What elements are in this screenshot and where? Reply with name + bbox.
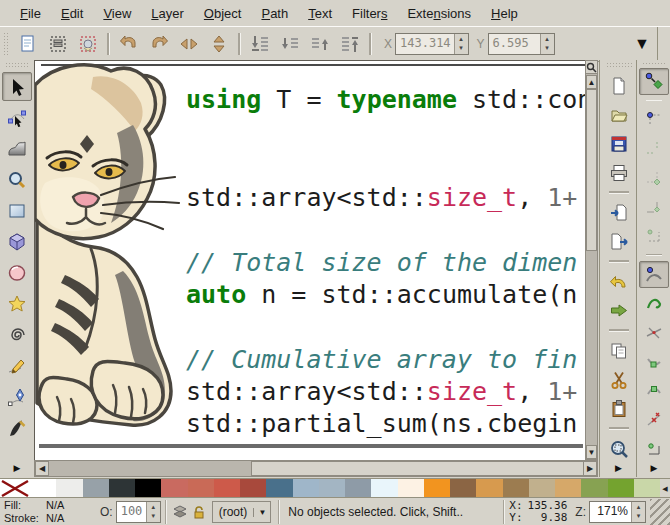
snap-cusp-nodes-toggle[interactable]	[639, 348, 669, 375]
snap-nodes-toggle[interactable]	[639, 261, 669, 288]
opacity-spinner[interactable]: ▴▾	[146, 502, 160, 522]
tool-spiral[interactable]	[2, 320, 32, 349]
tool-bezier-pen[interactable]	[2, 382, 32, 411]
menu-path[interactable]: Path	[251, 3, 298, 24]
palette-swatch-13[interactable]	[371, 479, 397, 498]
scroll-left-button[interactable]: ◀	[35, 461, 49, 476]
x-input[interactable]: 143.314 ▴▾	[395, 33, 469, 55]
rotate-ccw-button[interactable]	[114, 30, 144, 58]
print-button[interactable]	[604, 159, 634, 186]
sticky-zoom-button[interactable]	[585, 60, 598, 74]
scroll-up-button[interactable]: ▲	[586, 75, 597, 89]
menu-extensions[interactable]: Extensions	[397, 3, 481, 24]
cut-button[interactable]	[604, 366, 634, 393]
palette-swatch-1[interactable]	[56, 479, 82, 498]
snap-midpoints-toggle[interactable]	[639, 406, 669, 433]
horizontal-scrollbar[interactable]: ◀ ▶	[34, 460, 598, 477]
toolbar-overflow-button[interactable]: ▼	[631, 32, 653, 56]
menu-filters[interactable]: Filters	[342, 3, 397, 24]
y-spinner[interactable]: ▴▾	[540, 34, 554, 54]
menu-view[interactable]: View	[93, 3, 141, 24]
commands-overflow-arrow[interactable]: ▶	[615, 463, 622, 473]
snap-overflow-arrow[interactable]: ▶	[651, 463, 658, 473]
layer-dropdown-arrow[interactable]: ▼	[253, 508, 270, 517]
lion-cub-clipart[interactable]	[35, 61, 185, 433]
menu-file[interactable]: File	[10, 3, 51, 24]
zoom-input[interactable]: 171% ▴▾	[589, 501, 646, 523]
palette-swatch-18[interactable]	[503, 479, 529, 498]
menu-help[interactable]: Help	[481, 3, 528, 24]
canvas[interactable]: using T = typename std::constd::array<st…	[34, 60, 585, 460]
palette-swatch-22[interactable]	[608, 479, 634, 498]
snap-bbox-corners-toggle[interactable]	[639, 164, 669, 191]
new-document-button[interactable]	[604, 72, 634, 99]
snap-object-centers-toggle[interactable]	[639, 435, 669, 462]
zoom-selection-button[interactable]	[604, 435, 634, 462]
lower-one-step-button[interactable]	[275, 30, 305, 58]
snap-smooth-nodes-toggle[interactable]	[639, 377, 669, 404]
snap-intersections-toggle[interactable]	[639, 319, 669, 346]
select-all-layers-button[interactable]	[43, 30, 73, 58]
copy-button[interactable]	[604, 337, 634, 364]
opacity-input[interactable]: 100 ▴▾	[116, 501, 161, 523]
deselect-button[interactable]	[73, 30, 103, 58]
horizontal-scroll-thumb[interactable]	[251, 461, 584, 476]
palette-swatch-3[interactable]	[109, 479, 135, 498]
snap-bbox-midpoints-toggle[interactable]	[639, 193, 669, 220]
tool-calligraphy[interactable]	[2, 413, 32, 442]
snap-grip[interactable]	[642, 62, 666, 65]
palette-swatch-15[interactable]	[424, 479, 450, 498]
palette-scroll-button[interactable]: ◀	[660, 479, 670, 498]
palette-swatch-6[interactable]	[188, 479, 214, 498]
snap-paths-toggle[interactable]	[639, 290, 669, 317]
tool-zoom[interactable]	[2, 165, 32, 194]
palette-swatch-12[interactable]	[345, 479, 371, 498]
vertical-scroll-thumb[interactable]	[586, 89, 597, 251]
palette-swatch-none[interactable]	[0, 479, 30, 498]
palette-swatch-17[interactable]	[476, 479, 502, 498]
toolbar-grip[interactable]	[3, 32, 10, 56]
palette-swatch-7[interactable]	[214, 479, 240, 498]
export-button[interactable]	[604, 228, 634, 255]
save-button[interactable]	[604, 130, 634, 157]
tool-node-editor[interactable]	[2, 103, 32, 132]
palette-swatch-2[interactable]	[83, 479, 109, 498]
tool-pencil[interactable]	[2, 351, 32, 380]
snap-bbox-toggle[interactable]	[639, 106, 669, 133]
scroll-down-button[interactable]: ▼	[586, 445, 597, 459]
fill-stroke-indicator[interactable]: Fill: N/A Stroke: N/A	[0, 499, 78, 525]
tool-3dbox[interactable]	[2, 227, 32, 256]
palette-swatch-14[interactable]	[398, 479, 424, 498]
tool-rectangle[interactable]	[2, 196, 32, 225]
palette-swatch-0[interactable]	[30, 479, 56, 498]
vertical-scrollbar[interactable]: ▲ ▼	[585, 60, 598, 460]
zoom-spinner[interactable]: ▴▾	[631, 502, 645, 522]
layer-visibility-toggle[interactable]	[172, 503, 189, 521]
commands-grip[interactable]	[606, 62, 632, 69]
snap-bbox-edges-toggle[interactable]	[639, 135, 669, 162]
flip-vertical-button[interactable]	[204, 30, 234, 58]
layer-selector[interactable]: (root) ▼	[212, 501, 272, 523]
layer-lock-toggle[interactable]	[191, 503, 208, 521]
menu-layer[interactable]: Layer	[141, 3, 194, 24]
palette-swatch-16[interactable]	[450, 479, 476, 498]
snap-bbox-centers-toggle[interactable]	[639, 222, 669, 249]
palette-swatch-23[interactable]	[634, 479, 660, 498]
window-resize-grip[interactable]	[650, 499, 670, 525]
palette-swatch-20[interactable]	[555, 479, 581, 498]
menu-text[interactable]: Text	[298, 3, 342, 24]
scroll-right-button[interactable]: ▶	[583, 461, 597, 476]
raise-to-top-button[interactable]	[335, 30, 365, 58]
redo-button[interactable]	[604, 297, 634, 324]
lower-to-bottom-button[interactable]	[245, 30, 275, 58]
undo-button[interactable]	[604, 268, 634, 295]
tool-ellipse[interactable]	[2, 258, 32, 287]
palette-swatch-5[interactable]	[161, 479, 187, 498]
rotate-cw-button[interactable]	[144, 30, 174, 58]
snap-master-toggle[interactable]	[639, 68, 669, 95]
select-all-button[interactable]	[13, 30, 43, 58]
paste-button[interactable]	[604, 395, 634, 422]
x-spinner[interactable]: ▴▾	[454, 34, 468, 54]
palette-swatch-4[interactable]	[135, 479, 161, 498]
tool-selector[interactable]	[2, 72, 32, 101]
